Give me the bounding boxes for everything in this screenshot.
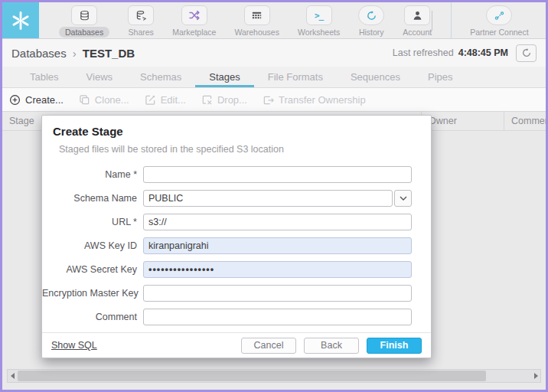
partner-connect-icon	[486, 5, 512, 25]
horizontal-scrollbar[interactable]	[7, 369, 541, 383]
tab-stages[interactable]: Stages	[195, 67, 253, 87]
refresh-button[interactable]	[516, 44, 537, 62]
create-stage-dialog: Create Stage Staged files will be stored…	[41, 115, 432, 358]
top-nav: Databases Shares Marketplace Warehouses	[2, 2, 546, 39]
schema-name-select[interactable]	[143, 190, 393, 207]
nav-item-databases[interactable]: Databases	[59, 2, 109, 38]
nav-item-warehouses[interactable]: Warehouses	[234, 2, 279, 38]
transfer-ownership-label: Transfer Ownership	[279, 94, 366, 106]
nav-group-divider	[451, 2, 452, 39]
form-row-comment: Comment	[42, 309, 431, 325]
column-header-comment[interactable]: Comment	[504, 112, 546, 130]
breadcrumb-separator: ›	[73, 47, 77, 60]
transfer-ownership-icon	[263, 94, 274, 106]
last-refreshed-label: Last refreshed	[393, 47, 454, 58]
nav-label: Warehouses	[234, 28, 279, 37]
chevron-down-icon	[400, 196, 407, 201]
nav-label: Worksheets	[298, 28, 340, 37]
refresh-icon	[521, 47, 532, 58]
nav-left-group: Databases Shares Marketplace Warehouses	[59, 2, 432, 38]
refresh-area: Last refreshed 4:48:45 PM	[393, 44, 537, 62]
nav-label: Marketplace	[172, 28, 216, 37]
schema-name-label: Schema Name	[42, 193, 143, 204]
app-window: Databases Shares Marketplace Warehouses	[0, 0, 548, 392]
nav-item-marketplace[interactable]: Marketplace	[172, 2, 216, 38]
tab-schemas[interactable]: Schemas	[126, 67, 195, 87]
breadcrumb-section[interactable]: Databases	[11, 47, 67, 60]
create-label: Create...	[25, 94, 64, 106]
aws-key-id-field[interactable]	[143, 237, 412, 254]
nav-item-account[interactable]: Account	[403, 2, 432, 38]
dialog-footer: Show SQL Cancel Back Finish	[42, 332, 431, 358]
last-refreshed-time: 4:48:45 PM	[458, 47, 508, 58]
object-tabs: Tables Views Schemas Stages File Formats…	[2, 67, 546, 88]
footer-buttons: Cancel Back Finish	[241, 338, 422, 354]
nav-label: Databases	[59, 27, 109, 38]
edit-button[interactable]: Edit...	[145, 94, 186, 106]
form-row-encryption-master-key: Encryption Master Key	[42, 285, 431, 302]
worksheets-terminal-icon: >_	[306, 5, 332, 25]
comment-field[interactable]	[143, 309, 412, 325]
warehouses-grid-icon	[244, 5, 270, 25]
drop-button[interactable]: Drop...	[201, 94, 247, 106]
nav-divider	[432, 11, 432, 31]
finish-button[interactable]: Finish	[367, 338, 422, 354]
marketplace-shuffle-icon	[181, 5, 207, 25]
create-button[interactable]: Create...	[9, 94, 64, 106]
show-sql-link[interactable]: Show SQL	[51, 340, 97, 351]
tab-views[interactable]: Views	[73, 67, 126, 87]
drop-label: Drop...	[217, 94, 247, 106]
databases-icon	[71, 5, 97, 25]
plus-circle-icon	[9, 94, 21, 106]
nav-item-partner-connect[interactable]: Partner Connect	[470, 2, 528, 38]
aws-key-id-label: AWS Key ID	[42, 240, 143, 251]
name-field[interactable]	[143, 166, 412, 183]
snowflake-icon	[10, 10, 31, 31]
clone-button[interactable]: Clone...	[79, 94, 129, 106]
clone-label: Clone...	[95, 94, 129, 106]
form-row-url: URL *	[42, 214, 431, 230]
nav-right-group: Partner Connect ? Help Notifications	[432, 2, 548, 38]
tab-tables[interactable]: Tables	[16, 67, 73, 87]
aws-secret-key-label: AWS Secret Key	[42, 264, 143, 275]
nav-item-shares[interactable]: Shares	[128, 2, 154, 38]
url-field[interactable]	[143, 214, 412, 230]
scroll-right-arrow[interactable]	[531, 373, 540, 379]
comment-label: Comment	[42, 312, 143, 322]
actions-toolbar: Create... Clone... Edit... Drop... Trans…	[2, 88, 546, 111]
url-label: URL *	[42, 217, 143, 227]
scrollbar-thumb[interactable]	[18, 371, 486, 381]
tab-file-formats[interactable]: File Formats	[254, 67, 337, 87]
drop-icon	[201, 94, 213, 106]
nav-item-history[interactable]: History	[358, 2, 384, 38]
tab-sequences[interactable]: Sequences	[337, 67, 414, 87]
form-row-aws-key-id: AWS Key ID	[42, 237, 431, 254]
nav-item-worksheets[interactable]: >_ Worksheets	[298, 2, 340, 38]
nav-label: Account	[403, 28, 432, 37]
triangle-left-icon	[11, 373, 15, 379]
edit-label: Edit...	[161, 94, 186, 106]
breadcrumb-bar: Databases › TEST_DB Last refreshed 4:48:…	[2, 39, 546, 67]
scroll-left-arrow[interactable]	[8, 373, 17, 379]
tab-pipes[interactable]: Pipes	[414, 67, 467, 87]
aws-secret-key-field[interactable]	[143, 261, 412, 278]
encryption-master-key-field[interactable]	[143, 285, 412, 302]
form-row-name: Name *	[42, 166, 431, 183]
clone-icon	[79, 94, 90, 106]
shares-icon	[128, 5, 154, 25]
transfer-ownership-button[interactable]: Transfer Ownership	[263, 94, 366, 106]
back-button[interactable]: Back	[304, 338, 359, 354]
cancel-button[interactable]: Cancel	[241, 338, 296, 354]
dialog-form: Name * Schema Name URL * AWS Key ID	[42, 166, 431, 325]
name-label: Name *	[42, 169, 143, 180]
triangle-right-icon	[534, 373, 538, 379]
nav-label: History	[359, 28, 384, 37]
account-person-icon	[404, 5, 430, 25]
history-icon	[358, 5, 384, 25]
nav-label: Partner Connect	[470, 28, 528, 37]
schema-dropdown-button[interactable]	[394, 190, 412, 207]
snowflake-logo[interactable]	[2, 2, 39, 38]
column-header-owner[interactable]: Owner	[421, 112, 504, 130]
breadcrumb-current: TEST_DB	[83, 47, 135, 60]
form-row-aws-secret-key: AWS Secret Key	[42, 261, 431, 278]
